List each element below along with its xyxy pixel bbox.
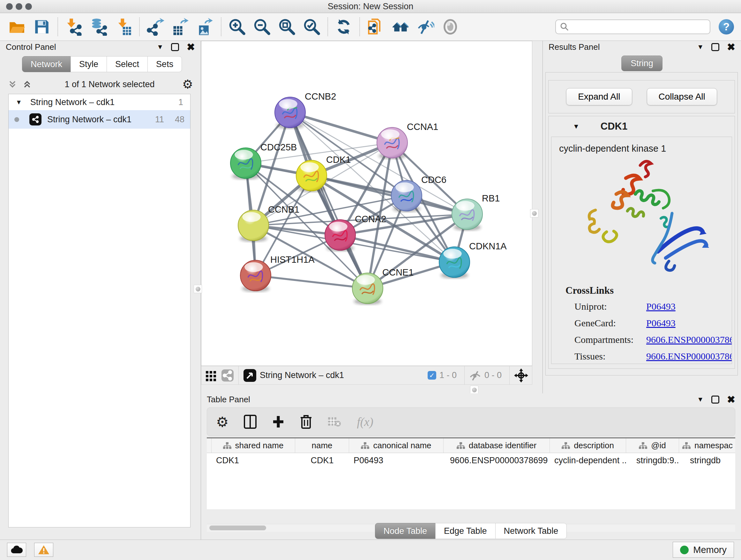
save-session-button[interactable] [29, 16, 54, 38]
close-panel-icon[interactable]: ✖ [187, 42, 195, 52]
tab-select[interactable]: Select [107, 56, 148, 72]
zoom-fit-button[interactable] [274, 16, 299, 38]
clone-network-button[interactable] [363, 16, 388, 38]
tab-sets[interactable]: Sets [147, 56, 182, 72]
table-row[interactable]: CDK1 CDK1 P06493 9606.ENSP00000378699 cy… [207, 453, 735, 468]
network-row-selected[interactable]: String Network – cdk1 11 48 [9, 110, 190, 129]
help-button[interactable]: ? [719, 19, 734, 35]
export-image-button[interactable] [193, 16, 218, 38]
network-graph[interactable]: CCNB2CCNA1CDC25BCDK1CDC6RB1CCNB1CCNA2CDK… [201, 41, 532, 366]
collection-caret-icon[interactable]: ▼ [16, 99, 22, 106]
export-network-button[interactable] [143, 16, 168, 38]
tab-node-table[interactable]: Node Table [375, 523, 435, 539]
column-header-description[interactable]: description [550, 438, 626, 453]
column-header-database-identifier[interactable]: database identifier [444, 438, 550, 453]
left-splitter-handle[interactable] [194, 285, 202, 293]
import-table-button[interactable] [111, 16, 136, 38]
delete-column-trash-icon[interactable] [300, 415, 312, 429]
import-network-button[interactable] [61, 16, 86, 38]
show-all-button[interactable] [438, 16, 463, 38]
network-node-CCNA1[interactable]: CCNA1 [377, 122, 438, 159]
column-header-canonical-name[interactable]: canonical name [349, 438, 444, 453]
node-label: HIST1H1A [270, 254, 315, 265]
tab-string[interactable]: String [621, 56, 663, 71]
close-panel-icon[interactable]: ✖ [727, 395, 735, 405]
column-header-id[interactable]: @id [626, 438, 679, 453]
fit-content-crosshair-icon[interactable] [514, 368, 528, 382]
open-folder-icon [8, 18, 25, 36]
genecard-link[interactable]: P06493 [646, 318, 676, 328]
float-panel-icon[interactable] [711, 395, 719, 403]
hidden-eye-icon[interactable] [469, 370, 481, 381]
protein-structure-image [573, 155, 711, 280]
string-view-icon[interactable] [221, 369, 234, 382]
right-splitter-handle[interactable] [530, 209, 538, 217]
network-node-HIST1H1A[interactable]: HIST1H1A [240, 254, 315, 292]
window-controls [6, 3, 32, 10]
results-panel-title: Results Panel [549, 42, 600, 52]
network-edge[interactable] [256, 275, 367, 288]
network-node-CDKN1A[interactable]: CDKN1A [439, 241, 507, 279]
column-header-name[interactable]: name [295, 438, 349, 453]
tab-network-table[interactable]: Network Table [495, 523, 567, 539]
column-header-namespace[interactable]: namespac [679, 438, 735, 453]
add-column-icon[interactable] [272, 415, 285, 429]
collapse-all-icon[interactable] [8, 79, 17, 89]
tissues-link[interactable]: 9606.ENSP00000378699 [646, 351, 732, 362]
expand-all-button[interactable]: Expand All [566, 88, 632, 105]
import-network-from-database-button[interactable] [86, 16, 111, 38]
cloud-status-button[interactable] [7, 543, 26, 557]
apply-style-button[interactable] [331, 16, 356, 38]
hide-selected-button[interactable] [413, 16, 438, 38]
grid-view-icon[interactable] [205, 370, 217, 381]
export-table-button[interactable] [168, 16, 193, 38]
warnings-button[interactable] [34, 543, 53, 557]
node-label: CCNB1 [268, 204, 299, 214]
birds-eye-view-icon[interactable] [243, 369, 257, 382]
uniprot-link[interactable]: P06493 [646, 301, 676, 312]
cytoscape-window: Session: New Session [0, 0, 741, 560]
zoom-selected-button[interactable] [299, 16, 324, 38]
string-app-icon [29, 113, 42, 125]
search-input[interactable] [569, 22, 704, 32]
network-node-RB1[interactable]: RB1 [452, 193, 500, 231]
title-bar: Session: New Session [0, 0, 741, 13]
close-panel-icon[interactable]: ✖ [727, 42, 735, 52]
panel-menu-icon[interactable]: ▼ [697, 43, 704, 51]
zoom-out-button[interactable] [250, 16, 274, 38]
window-close-icon[interactable] [6, 3, 13, 10]
control-panel-header: Control Panel ▼ ✖ [0, 41, 201, 53]
network-edge[interactable] [290, 112, 392, 143]
panel-menu-icon[interactable]: ▼ [697, 395, 704, 403]
window-minimize-icon[interactable] [16, 3, 22, 10]
node-section-header[interactable]: ▼ CDK1 [549, 116, 735, 137]
tab-edge-table[interactable]: Edge Table [435, 523, 495, 539]
zoom-in-button[interactable] [225, 16, 250, 38]
eye-slash-icon [416, 18, 434, 36]
expand-all-icon[interactable] [22, 79, 32, 89]
selected-checkbox-icon[interactable]: ✓ [428, 371, 436, 380]
first-neighbors-button[interactable] [388, 16, 413, 38]
table-options-gear-icon[interactable]: ⚙ [216, 414, 228, 430]
window-zoom-icon[interactable] [25, 3, 32, 10]
show-columns-icon[interactable] [244, 415, 257, 429]
float-panel-icon[interactable] [171, 43, 179, 51]
collapse-all-button[interactable]: Collapse All [647, 88, 717, 105]
network-collection-row[interactable]: ▼ String Network – cdk1 1 [9, 94, 190, 110]
section-caret-icon[interactable]: ▼ [573, 123, 580, 130]
open-session-button[interactable] [4, 16, 29, 38]
node-description: cyclin-dependent kinase 1 [551, 137, 732, 154]
shared-column-icon [457, 442, 465, 449]
tab-style[interactable]: Style [71, 56, 107, 72]
memory-button[interactable]: Memory [673, 542, 734, 558]
search-field[interactable] [555, 19, 711, 34]
cloud-icon [10, 546, 23, 554]
network-canvas[interactable]: CCNB2CCNA1CDC25BCDK1CDC6RB1CCNB1CCNA2CDK… [201, 41, 532, 366]
network-options-gear-icon[interactable]: ⚙ [182, 77, 193, 91]
float-panel-icon[interactable] [711, 43, 719, 51]
panel-menu-icon[interactable]: ▼ [157, 43, 163, 51]
compartments-link[interactable]: 9606.ENSP00000378699 [646, 334, 732, 345]
column-header-shared-name[interactable]: shared name [212, 438, 295, 453]
tab-network[interactable]: Network [22, 56, 71, 72]
bottom-splitter-handle[interactable] [470, 386, 478, 394]
